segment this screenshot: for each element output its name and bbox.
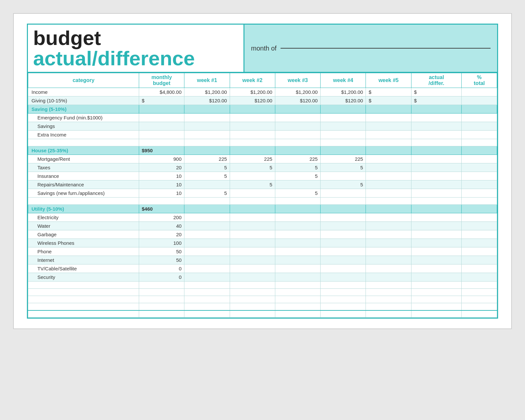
blank-row-5 xyxy=(28,296,497,303)
month-line xyxy=(281,48,491,49)
cell-garbage-actual xyxy=(411,230,462,239)
cell-water-w5 xyxy=(366,222,411,230)
cell-elec-w1 xyxy=(184,213,230,222)
cell-house-actual xyxy=(411,146,462,155)
cell-saving-w1 xyxy=(184,105,230,114)
cell-income-pct xyxy=(462,88,497,96)
cell-garbage-pct xyxy=(462,230,497,239)
cell-tv-actual xyxy=(411,264,462,273)
cell-utility-w2 xyxy=(230,205,275,213)
cell-internet-w2 xyxy=(230,256,275,264)
cell-sfurn-w1: 5 xyxy=(184,189,230,198)
col-header-week5: week #5 xyxy=(366,73,411,88)
cell-elec-w5 xyxy=(366,213,411,222)
cell-internet-w1 xyxy=(184,256,230,264)
row-taxes: Taxes 20 5 5 5 5 xyxy=(28,163,497,172)
cell-taxes-w3: 5 xyxy=(275,163,320,172)
cell-water-w3 xyxy=(275,222,320,230)
month-of-area: month of xyxy=(244,25,497,72)
cell-utility-actual xyxy=(411,205,462,213)
cell-sfurn-cat: Savings (new furn./appliances) xyxy=(28,189,139,198)
row-mortgage: Mortgage/Rent 900 225 225 225 225 xyxy=(28,155,497,163)
cell-phone-pct xyxy=(462,247,497,256)
cell-savings-w1 xyxy=(184,122,230,131)
cell-repairs-w2: 5 xyxy=(230,180,275,189)
row-savings-furn: Savings (new furn./appliances) 10 5 5 xyxy=(28,189,497,198)
cell-repairs-w5 xyxy=(366,180,411,189)
cell-ef-w3 xyxy=(275,114,320,122)
cell-house-pct xyxy=(462,146,497,155)
row-income: Income $4,800.00 $1,200.00 $1,200.00 $1,… xyxy=(28,88,497,96)
cell-water-actual xyxy=(411,222,462,230)
cell-sfurn-pct xyxy=(462,189,497,198)
row-garbage: Garbage 20 xyxy=(28,230,497,239)
cell-sfurn-w4 xyxy=(321,189,366,198)
cell-garbage-w5 xyxy=(366,230,411,239)
cell-ef-w1 xyxy=(184,114,230,122)
cell-elec-w3 xyxy=(275,213,320,222)
cell-saving-w2 xyxy=(230,105,275,114)
row-extra-income: Extra Income xyxy=(28,131,497,139)
cell-ef-w2 xyxy=(230,114,275,122)
cell-income-w2: $1,200.00 xyxy=(230,88,275,96)
cell-repairs-pct xyxy=(462,180,497,189)
cell-giving-w3: $120.00 xyxy=(275,96,320,105)
cell-mortgage-w3: 225 xyxy=(275,155,320,163)
col-header-category: category xyxy=(28,73,139,88)
page-header: budget actual/difference month of xyxy=(27,24,498,73)
row-wireless: Wireless Phones 100 xyxy=(28,239,497,247)
month-label: month of xyxy=(251,45,277,52)
cell-giving-w4: $120.00 xyxy=(321,96,366,105)
cell-sfurn-w5 xyxy=(366,189,411,198)
cell-wireless-w2 xyxy=(230,239,275,247)
cell-ei-w5 xyxy=(366,131,411,139)
cell-giving-w2: $120.00 xyxy=(230,96,275,105)
cell-savings-actual xyxy=(411,122,462,131)
cell-insurance-w2 xyxy=(230,172,275,180)
cell-internet-monthly: 50 xyxy=(139,256,184,264)
cell-ei-monthly xyxy=(139,131,184,139)
cell-house-w4 xyxy=(321,146,366,155)
section-header-house: House (25-35%) $950 xyxy=(28,146,497,155)
cell-ei-w3 xyxy=(275,131,320,139)
cell-water-w2 xyxy=(230,222,275,230)
cell-income-monthly: $4,800.00 xyxy=(139,88,184,96)
col-header-week3: week #3 xyxy=(275,73,320,88)
cell-phone-w3 xyxy=(275,247,320,256)
cell-saving-label: Saving (5-10%) xyxy=(28,105,139,114)
cell-mortgage-w1: 225 xyxy=(184,155,230,163)
cell-saving-w4 xyxy=(321,105,366,114)
cell-elec-monthly: 200 xyxy=(139,213,184,222)
blank-row-2 xyxy=(28,198,497,205)
cell-saving-w3 xyxy=(275,105,320,114)
cell-ef-monthly xyxy=(139,114,184,122)
cell-income-actual: $ xyxy=(411,88,462,96)
section-header-saving: Saving (5-10%) xyxy=(28,105,497,114)
cell-garbage-w3 xyxy=(275,230,320,239)
cell-security-monthly: 0 xyxy=(139,273,184,282)
cell-internet-w3 xyxy=(275,256,320,264)
cell-phone-w2 xyxy=(230,247,275,256)
cell-insurance-cat: Insurance xyxy=(28,172,139,180)
cell-repairs-actual xyxy=(411,180,462,189)
cell-insurance-monthly: 10 xyxy=(139,172,184,180)
cell-house-monthly: $950 xyxy=(139,146,184,155)
cell-giving-monthly: $ xyxy=(139,96,184,105)
cell-giving-pct xyxy=(462,96,497,105)
cell-utility-w4 xyxy=(321,205,366,213)
cell-utility-label: Utility (5-10%) xyxy=(28,205,139,213)
cell-insurance-w3: 5 xyxy=(275,172,320,180)
row-savings: Savings xyxy=(28,122,497,131)
cell-house-w2 xyxy=(230,146,275,155)
cell-house-w1 xyxy=(184,146,230,155)
cell-income-w1: $1,200.00 xyxy=(184,88,230,96)
cell-mortgage-w4: 225 xyxy=(321,155,366,163)
cell-phone-monthly: 50 xyxy=(139,247,184,256)
page-title: budget actual/difference xyxy=(33,27,195,70)
cell-taxes-w1: 5 xyxy=(184,163,230,172)
cell-utility-w5 xyxy=(366,205,411,213)
cell-ei-w2 xyxy=(230,131,275,139)
blank-row-6 xyxy=(28,303,497,310)
cell-insurance-actual xyxy=(411,172,462,180)
cell-garbage-monthly: 20 xyxy=(139,230,184,239)
